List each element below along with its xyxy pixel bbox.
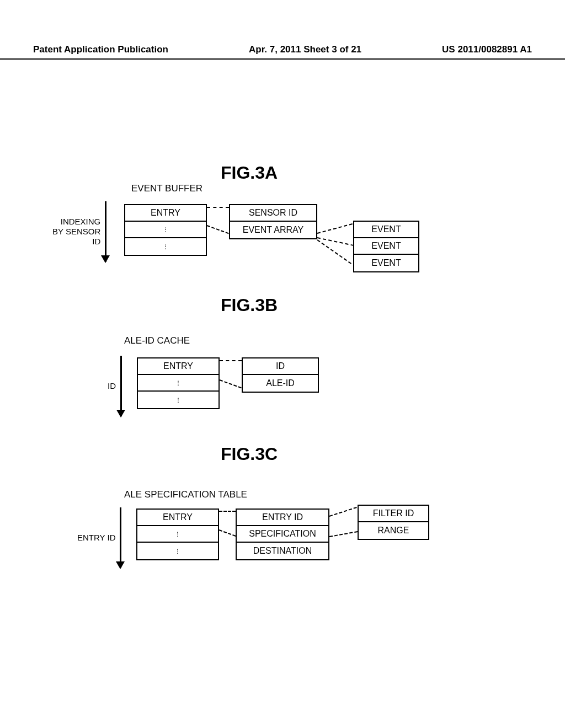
fig-3c-col2: ENTRY ID SPECIFICATION DESTINATION <box>236 508 329 560</box>
cell: SENSOR ID <box>230 205 316 222</box>
cell: ENTRY <box>125 205 206 222</box>
fig-3a-title: FIG.3A <box>221 163 278 183</box>
cell: ENTRY <box>137 510 218 526</box>
cell: EVENT ARRAY <box>230 222 316 238</box>
fig-3a-subtitle: EVENT BUFFER <box>131 183 202 194</box>
fig-3a-index-arrow: INDEXING BY SENSOR ID <box>52 201 106 262</box>
connector <box>329 507 357 517</box>
cell: DESTINATION <box>237 543 328 559</box>
ellipsis-cell: ··· <box>138 375 218 392</box>
connector <box>329 531 358 537</box>
fig-3a-col3: EVENT EVENT EVENT <box>353 221 419 272</box>
connector <box>220 379 242 388</box>
ellipsis-cell: ··· <box>137 526 218 543</box>
cell: FILTER ID <box>359 506 428 522</box>
header-right: US 2011/0082891 A1 <box>442 44 532 55</box>
connector <box>220 360 242 361</box>
connector <box>207 207 229 208</box>
fig-3a-arrow-label: INDEXING BY SENSOR ID <box>52 217 105 247</box>
cell: ALE-ID <box>243 375 318 392</box>
cell: RANGE <box>359 522 428 539</box>
connector <box>207 225 229 234</box>
fig-3b-index-arrow: ID <box>108 356 122 416</box>
fig-3c-arrow-label: ENTRY ID <box>77 533 120 543</box>
cell: ENTRY <box>138 358 218 375</box>
fig-3a-col2: SENSOR ID EVENT ARRAY <box>229 204 317 239</box>
connector <box>219 529 236 537</box>
ellipsis-cell: ··· <box>137 543 218 559</box>
ellipsis-cell: ··· <box>125 222 206 238</box>
fig-3b-col2: ID ALE-ID <box>242 357 319 393</box>
page-header: Patent Application Publication Apr. 7, 2… <box>0 44 565 60</box>
fig-3b-subtitle: ALE-ID CACHE <box>124 335 190 346</box>
header-center: Apr. 7, 2011 Sheet 3 of 21 <box>249 44 361 55</box>
ellipsis-cell: ··· <box>138 392 218 408</box>
connector <box>317 223 353 234</box>
down-arrow-icon <box>120 356 122 416</box>
cell: EVENT <box>354 238 418 255</box>
fig-3a-col1: ENTRY ··· ··· <box>124 204 207 256</box>
fig-3c-col3: FILTER ID RANGE <box>358 505 429 540</box>
fig-3c-title: FIG.3C <box>221 444 278 464</box>
down-arrow-icon <box>120 507 121 568</box>
connector <box>219 511 236 512</box>
cell: SPECIFICATION <box>237 526 328 543</box>
fig-3b-col1: ENTRY ··· ··· <box>137 357 220 409</box>
fig-3c-index-arrow: ENTRY ID <box>77 507 121 568</box>
fig-3c-col1: ENTRY ··· ··· <box>136 508 219 560</box>
fig-3b-arrow-label: ID <box>108 381 120 391</box>
cell: ENTRY ID <box>237 510 328 526</box>
cell: ID <box>243 358 318 375</box>
down-arrow-icon <box>105 201 106 262</box>
fig-3b-title: FIG.3B <box>221 295 278 315</box>
cell: EVENT <box>354 222 418 238</box>
ellipsis-cell: ··· <box>125 238 206 255</box>
fig-3c-subtitle: ALE SPECIFICATION TABLE <box>124 489 247 500</box>
header-left: Patent Application Publication <box>33 44 168 55</box>
cell: EVENT <box>354 255 418 271</box>
